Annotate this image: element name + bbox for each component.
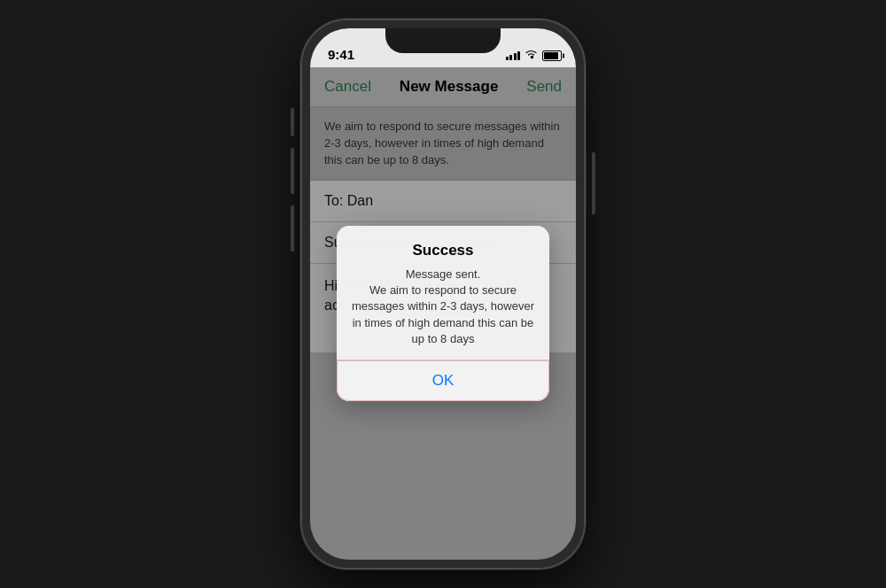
status-icons	[506, 49, 563, 62]
power-button[interactable]	[592, 152, 595, 214]
signal-icon	[506, 51, 521, 60]
modal-message: Message sent. We aim to respond to secur…	[351, 267, 535, 347]
phone-frame: 9:41	[301, 19, 585, 569]
phone-screen: 9:41	[310, 28, 576, 560]
screen-content: Cancel New Message Send We aim to respon…	[310, 67, 576, 560]
modal-overlay: Success Message sent. We aim to respond …	[310, 67, 576, 560]
volume-up-button[interactable]	[291, 148, 294, 194]
volume-down-button[interactable]	[291, 205, 294, 251]
faceid-sensor	[439, 36, 447, 45]
wifi-icon	[525, 49, 538, 62]
modal-message-line1: Message sent.	[406, 267, 481, 281]
notch	[385, 28, 501, 53]
modal-title: Success	[351, 242, 535, 259]
mute-button[interactable]	[291, 108, 294, 136]
modal-message-line2: We aim to respond to secure messages wit…	[352, 283, 534, 345]
success-dialog: Success Message sent. We aim to respond …	[337, 226, 549, 401]
ok-button[interactable]: OK	[337, 360, 549, 401]
battery-icon	[542, 50, 562, 61]
modal-content: Success Message sent. We aim to respond …	[337, 226, 549, 360]
